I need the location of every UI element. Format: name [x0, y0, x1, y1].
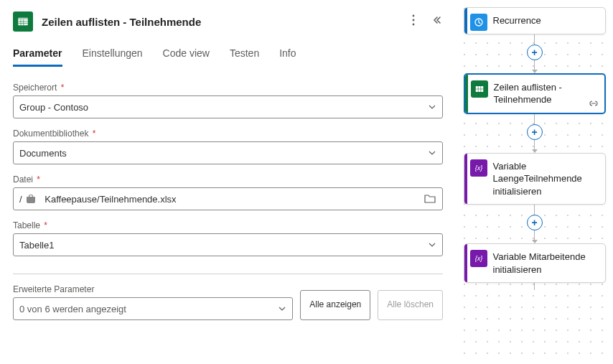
clear-all-button: Alle löschen: [378, 290, 443, 320]
connector: +: [527, 34, 543, 73]
chevron-down-icon: [278, 304, 286, 313]
connector: +: [527, 114, 543, 153]
tab-bar: Parameter Einstellungen Code view Testen…: [13, 47, 443, 67]
file-label: Datei *: [13, 174, 443, 185]
svg-point-8: [413, 24, 415, 26]
location-value: Group - Contoso: [19, 102, 88, 113]
tab-info[interactable]: Info: [279, 47, 296, 67]
field-location: Speicherort * Group - Contoso: [13, 83, 443, 118]
svg-point-6: [413, 15, 415, 17]
node-label: Variable LaengeTeilnehmende initialisier…: [490, 154, 605, 205]
collapse-icon[interactable]: [430, 14, 443, 29]
flow-node-var-length[interactable]: {x} Variable LaengeTeilnehmende initiali…: [464, 153, 606, 205]
file-input[interactable]: / Kaffeepause/Teilnehmende.xlsx: [13, 187, 443, 210]
clock-icon: [470, 14, 487, 31]
library-label: Dokumentbibliothek *: [13, 129, 443, 139]
svg-rect-1: [18, 18, 28, 19]
link-icon: [589, 97, 599, 110]
connector: [534, 283, 535, 290]
chevron-down-icon: [428, 241, 436, 249]
flow-node-recurrence[interactable]: Recurrence: [464, 7, 606, 34]
advanced-value: 0 von 6 werden angezeigt: [19, 304, 126, 314]
svg-text:{x}: {x}: [474, 255, 482, 262]
tab-test[interactable]: Testen: [230, 47, 259, 67]
variable-icon: {x}: [470, 159, 487, 177]
connector: +: [527, 205, 543, 243]
variable-icon: {x}: [470, 250, 487, 267]
flow-node-var-mitarbeitende[interactable]: {x} Variable Mitarbeitende initialisiere…: [464, 243, 606, 283]
table-value: Tabelle1: [19, 240, 54, 251]
more-icon[interactable]: [407, 13, 420, 30]
location-select[interactable]: Group - Contoso: [13, 95, 443, 118]
node-label: Zeilen auflisten - Teilnehmende: [491, 75, 604, 113]
table-select[interactable]: Tabelle1: [13, 233, 443, 256]
excel-icon: [471, 80, 488, 98]
svg-point-7: [413, 19, 415, 22]
add-step-button[interactable]: +: [527, 124, 543, 140]
add-step-button[interactable]: +: [527, 215, 543, 230]
bag-icon: [25, 194, 37, 204]
file-value: / Kaffeepause/Teilnehmende.xlsx: [19, 194, 177, 205]
field-table: Tabelle * Tabelle1: [13, 220, 443, 256]
action-config-panel: Zeilen auflisten - Teilnehmende Paramete…: [0, 0, 456, 364]
divider: [13, 274, 443, 274]
advanced-row: Erweiterte Parameter 0 von 6 werden ange…: [13, 284, 443, 320]
advanced-select[interactable]: 0 von 6 werden angezeigt: [13, 297, 293, 320]
show-all-button[interactable]: Alle anzeigen: [300, 290, 370, 320]
table-label: Tabelle *: [13, 220, 443, 230]
node-label: Recurrence: [490, 8, 605, 34]
add-step-button[interactable]: +: [527, 45, 543, 60]
location-label: Speicherort *: [13, 83, 443, 93]
chevron-down-icon: [428, 103, 436, 111]
tab-codeview[interactable]: Code view: [163, 47, 210, 67]
flow-canvas[interactable]: Recurrence + Zeilen auflisten - Teilnehm…: [456, 0, 613, 364]
tab-parameter[interactable]: Parameter: [13, 47, 62, 67]
panel-title: Zeilen auflisten - Teilnehmende: [42, 16, 407, 28]
tab-settings[interactable]: Einstellungen: [83, 47, 143, 67]
advanced-label: Erweiterte Parameter: [13, 284, 293, 294]
library-value: Documents: [19, 148, 67, 159]
flow-node-list-rows[interactable]: Zeilen auflisten - Teilnehmende: [464, 73, 606, 114]
field-library: Dokumentbibliothek * Documents: [13, 129, 443, 164]
node-label: Variable Mitarbeitende initialisieren: [490, 244, 605, 282]
field-file: Datei * / Kaffeepause/Teilnehmende.xlsx: [13, 174, 443, 210]
excel-connector-icon: [13, 11, 33, 32]
panel-header: Zeilen auflisten - Teilnehmende: [13, 11, 443, 32]
svg-text:{x}: {x}: [474, 164, 482, 172]
chevron-down-icon: [428, 149, 436, 157]
folder-icon: [424, 193, 436, 205]
library-select[interactable]: Documents: [13, 141, 443, 164]
